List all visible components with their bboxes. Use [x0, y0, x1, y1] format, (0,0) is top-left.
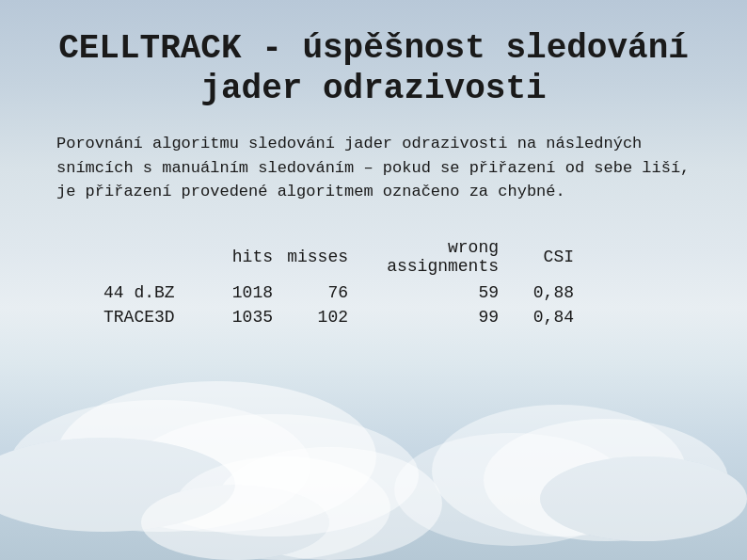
- header-misses: misses: [273, 248, 348, 266]
- cloud-decoration-2: [141, 485, 329, 560]
- row2-wrong: 99: [348, 308, 499, 327]
- table-header-row: hits misses wrong assignments CSI: [103, 238, 700, 276]
- row2-misses: 102: [273, 308, 348, 327]
- row2-csi: 0,84: [499, 308, 574, 327]
- row1-wrong: 59: [348, 283, 499, 302]
- slide-title: CELLTRACK - úspěšnost sledování jader od…: [47, 28, 700, 109]
- table-row: 44 d.BZ 1018 76 59 0,88: [103, 283, 700, 302]
- row1-csi: 0,88: [499, 283, 574, 302]
- description-text: Porovnání algoritmu sledování jader odra…: [47, 132, 700, 204]
- row2-name: TRACE3D: [103, 308, 198, 327]
- results-table: hits misses wrong assignments CSI 44 d.B…: [47, 238, 700, 327]
- row1-hits: 1018: [198, 283, 273, 302]
- title-line2: jader odrazivosti: [200, 70, 546, 108]
- row1-name: 44 d.BZ: [103, 283, 198, 302]
- header-csi: CSI: [499, 248, 574, 266]
- title-line1: CELLTRACK - úspěšnost sledování: [58, 29, 689, 68]
- row1-misses: 76: [273, 283, 348, 302]
- main-content: CELLTRACK - úspěšnost sledování jader od…: [0, 0, 747, 351]
- table-row: TRACE3D 1035 102 99 0,84: [103, 308, 700, 327]
- row2-hits: 1035: [198, 308, 273, 327]
- header-hits: hits: [198, 248, 273, 266]
- header-wrong: wrong assignments: [348, 238, 499, 276]
- cloud-decoration-3: [540, 456, 747, 541]
